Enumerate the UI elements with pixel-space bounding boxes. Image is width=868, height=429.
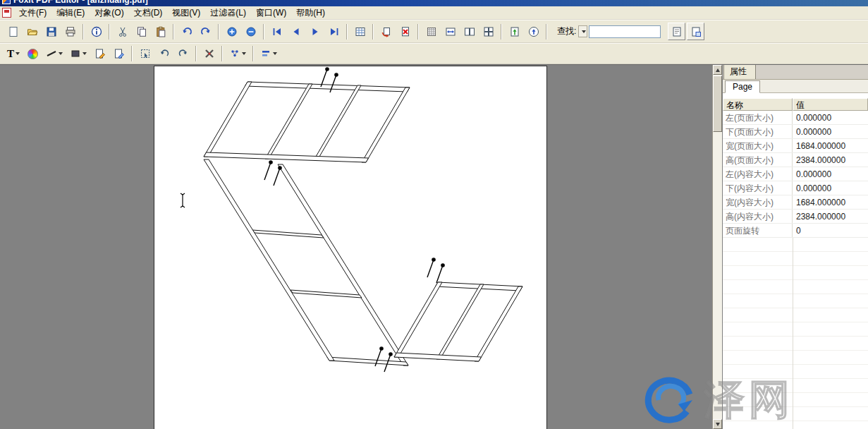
paste-icon xyxy=(155,26,166,37)
panel-spacer xyxy=(723,93,868,98)
zoom-out-button[interactable] xyxy=(242,23,259,40)
tab-properties[interactable]: 属性 xyxy=(723,65,756,79)
property-row[interactable]: 左(内容大小) 0.000000 xyxy=(723,167,868,181)
upload-button[interactable] xyxy=(525,23,542,40)
scroll-up-button[interactable] xyxy=(713,65,722,75)
cut-button[interactable] xyxy=(114,23,131,40)
rotate-right-button[interactable] xyxy=(174,45,192,63)
color-wheel-button[interactable] xyxy=(24,45,42,63)
edit-object-button[interactable] xyxy=(91,45,109,63)
property-row[interactable]: 高(内容大小) 2384.000000 xyxy=(723,210,868,224)
panel-tab-strip: Page xyxy=(723,80,868,93)
page-grid-button[interactable] xyxy=(351,23,369,40)
property-value[interactable]: 0.000000 xyxy=(793,181,868,195)
property-row[interactable]: 下(内容大小) 0.000000 xyxy=(723,181,868,195)
previous-page-button[interactable] xyxy=(287,23,305,40)
redo-button[interactable] xyxy=(197,23,214,40)
import-text-button[interactable] xyxy=(506,23,523,40)
fit-width-button[interactable] xyxy=(441,23,459,40)
menu-help[interactable]: 帮助(H) xyxy=(291,6,330,20)
menu-edit[interactable]: 编辑(E) xyxy=(51,6,90,20)
find-options-dropdown[interactable] xyxy=(578,25,587,37)
marquee-select-button[interactable] xyxy=(136,45,154,63)
column-header-name[interactable]: 名称 xyxy=(723,98,793,111)
menu-object[interactable]: 对象(O) xyxy=(90,6,128,20)
document-canvas[interactable] xyxy=(0,65,712,429)
print-button[interactable] xyxy=(61,23,79,40)
align-tool-icon xyxy=(260,48,271,59)
toolbar-separator xyxy=(173,24,174,40)
document-export-button[interactable] xyxy=(687,23,704,40)
property-row[interactable]: 宽(页面大小) 1684.000000 xyxy=(723,139,868,153)
property-value[interactable]: 2384.000000 xyxy=(793,153,868,167)
multiple-pages-button[interactable] xyxy=(479,23,497,40)
delete-page-button[interactable] xyxy=(396,23,414,40)
line-tool-button[interactable] xyxy=(43,45,66,63)
property-name: 下(页面大小) xyxy=(723,125,793,138)
toolbar-separator xyxy=(131,46,133,61)
property-row[interactable]: 下(页面大小) 0.000000 xyxy=(723,125,868,139)
new-document-button[interactable] xyxy=(4,23,22,40)
save-button[interactable] xyxy=(42,23,60,40)
next-page-button[interactable] xyxy=(306,23,324,40)
toolbar-separator xyxy=(417,24,419,40)
property-row[interactable]: 高(页面大小) 2384.000000 xyxy=(723,153,868,167)
menu-file[interactable]: 文件(F) xyxy=(14,6,51,20)
main-toolbar: 查找: xyxy=(0,20,868,43)
property-value[interactable]: 0 xyxy=(793,224,868,237)
copy-button[interactable] xyxy=(133,23,150,40)
edit-page-button[interactable] xyxy=(110,45,128,63)
app-icon xyxy=(2,0,11,4)
tools-button[interactable] xyxy=(200,45,218,63)
document-properties-button[interactable] xyxy=(668,23,685,40)
menu-filter[interactable]: 过滤器(L) xyxy=(205,6,251,20)
property-value[interactable]: 0.000000 xyxy=(793,125,868,138)
vertical-scrollbar[interactable] xyxy=(712,65,722,429)
property-row[interactable]: 页面旋转 0 xyxy=(723,224,868,238)
paste-button[interactable] xyxy=(152,23,169,40)
property-value[interactable]: 1684.000000 xyxy=(793,139,868,152)
scrollbar-thumb[interactable] xyxy=(713,75,722,132)
scroll-down-button[interactable] xyxy=(713,419,722,429)
menu-document[interactable]: 文档(D) xyxy=(129,6,168,20)
document-info-button[interactable] xyxy=(87,23,105,40)
find-group: 查找: xyxy=(557,25,661,38)
property-value[interactable]: 0.000000 xyxy=(793,167,868,181)
multiple-pages-icon xyxy=(483,26,494,37)
pdf-page[interactable] xyxy=(154,66,547,429)
facing-pages-button[interactable] xyxy=(460,23,478,40)
property-value[interactable]: 2384.000000 xyxy=(793,210,868,223)
tab-page[interactable]: Page xyxy=(725,80,760,93)
zoom-in-button[interactable] xyxy=(223,23,240,40)
property-row[interactable]: 宽(内容大小) 1684.000000 xyxy=(723,195,868,210)
toolbar-separator xyxy=(252,46,254,61)
first-page-button[interactable] xyxy=(268,23,286,40)
undo-button[interactable] xyxy=(178,23,195,40)
menu-window[interactable]: 窗口(W) xyxy=(251,6,291,20)
arrow-down-icon xyxy=(716,423,720,426)
text-tool-button[interactable]: T xyxy=(4,45,23,63)
chevron-down-icon xyxy=(82,52,87,55)
fit-width-icon xyxy=(445,26,456,37)
find-input[interactable] xyxy=(589,25,661,38)
open-button[interactable] xyxy=(23,23,41,40)
shape-tool-button[interactable] xyxy=(67,45,90,63)
align-tool-button[interactable] xyxy=(257,45,280,63)
menu-view[interactable]: 视图(V) xyxy=(167,6,205,20)
column-header-value[interactable]: 值 xyxy=(793,98,868,111)
info-icon xyxy=(91,26,102,37)
last-page-button[interactable] xyxy=(325,23,343,40)
property-name: 高(页面大小) xyxy=(723,153,793,167)
zoom-in-icon xyxy=(226,26,238,37)
last-page-icon xyxy=(329,26,340,37)
rotate-left-button[interactable] xyxy=(155,45,173,63)
property-row[interactable]: 左(页面大小) 0.000000 xyxy=(723,111,868,125)
property-value[interactable]: 0.000000 xyxy=(793,111,868,124)
copy-icon xyxy=(136,26,147,37)
rotate-page-button[interactable] xyxy=(377,23,395,40)
hatch-pattern-icon xyxy=(426,26,437,37)
document-icon[interactable] xyxy=(2,8,11,18)
property-value[interactable]: 1684.000000 xyxy=(793,195,868,209)
hatch-pattern-button[interactable] xyxy=(422,23,440,40)
node-tool-button[interactable] xyxy=(226,45,249,63)
